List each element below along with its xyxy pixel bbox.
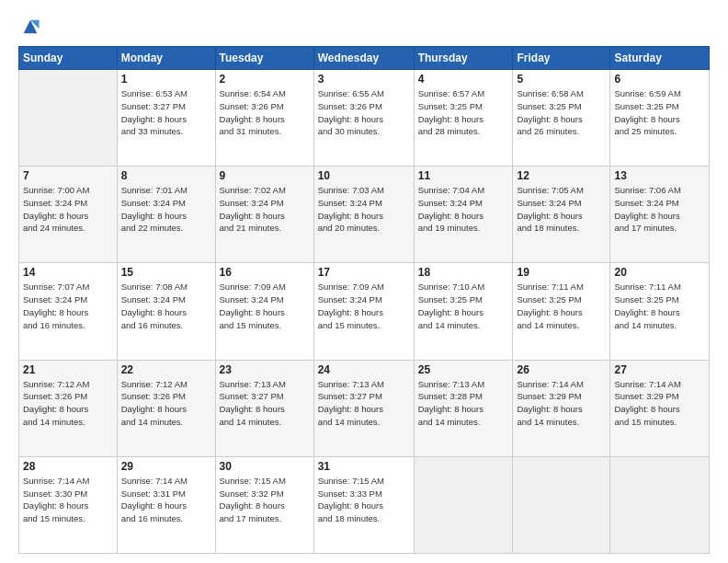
weekday-header: Wednesday: [313, 47, 414, 70]
week-row: 21Sunrise: 7:12 AM Sunset: 3:26 PM Dayli…: [19, 360, 710, 456]
day-info: Sunrise: 6:58 AM Sunset: 3:25 PM Dayligh…: [517, 87, 606, 138]
day-number: 31: [318, 460, 410, 473]
day-cell: 27Sunrise: 7:14 AM Sunset: 3:29 PM Dayli…: [610, 360, 710, 456]
day-info: Sunrise: 6:55 AM Sunset: 3:26 PM Dayligh…: [318, 87, 410, 138]
day-info: Sunrise: 7:06 AM Sunset: 3:24 PM Dayligh…: [614, 184, 705, 235]
day-number: 29: [121, 460, 211, 473]
day-number: 5: [517, 73, 606, 86]
day-cell: 22Sunrise: 7:12 AM Sunset: 3:26 PM Dayli…: [117, 360, 215, 456]
day-cell: 10Sunrise: 7:03 AM Sunset: 3:24 PM Dayli…: [313, 167, 414, 263]
day-cell: 16Sunrise: 7:09 AM Sunset: 3:24 PM Dayli…: [215, 263, 313, 360]
day-number: 6: [614, 73, 705, 86]
day-number: 17: [318, 266, 410, 279]
day-cell: 23Sunrise: 7:13 AM Sunset: 3:27 PM Dayli…: [215, 360, 313, 456]
day-info: Sunrise: 7:09 AM Sunset: 3:24 PM Dayligh…: [318, 281, 410, 331]
day-number: 7: [23, 169, 113, 182]
week-row: 14Sunrise: 7:07 AM Sunset: 3:24 PM Dayli…: [19, 263, 710, 360]
day-number: 10: [318, 169, 410, 182]
day-number: 19: [517, 266, 606, 279]
day-cell: 13Sunrise: 7:06 AM Sunset: 3:24 PM Dayli…: [610, 167, 710, 263]
day-info: Sunrise: 7:14 AM Sunset: 3:31 PM Dayligh…: [121, 475, 211, 525]
day-info: Sunrise: 7:12 AM Sunset: 3:26 PM Dayligh…: [121, 378, 211, 429]
day-number: 20: [614, 266, 705, 279]
day-number: 4: [418, 73, 509, 86]
weekday-header-row: SundayMondayTuesdayWednesdayThursdayFrid…: [19, 47, 710, 70]
day-number: 3: [318, 73, 410, 86]
day-info: Sunrise: 7:10 AM Sunset: 3:25 PM Dayligh…: [418, 281, 509, 331]
day-cell: 29Sunrise: 7:14 AM Sunset: 3:31 PM Dayli…: [117, 456, 215, 553]
day-info: Sunrise: 7:14 AM Sunset: 3:30 PM Dayligh…: [23, 475, 113, 525]
day-number: 27: [614, 363, 705, 376]
day-number: 21: [23, 363, 113, 376]
day-number: 2: [220, 73, 310, 86]
day-cell: 8Sunrise: 7:01 AM Sunset: 3:24 PM Daylig…: [117, 167, 215, 263]
day-cell: 11Sunrise: 7:04 AM Sunset: 3:24 PM Dayli…: [414, 167, 513, 263]
day-cell: 14Sunrise: 7:07 AM Sunset: 3:24 PM Dayli…: [19, 263, 118, 360]
day-info: Sunrise: 7:02 AM Sunset: 3:24 PM Dayligh…: [220, 184, 310, 235]
day-info: Sunrise: 7:13 AM Sunset: 3:27 PM Dayligh…: [318, 378, 410, 429]
day-number: 11: [418, 169, 509, 182]
week-row: 28Sunrise: 7:14 AM Sunset: 3:30 PM Dayli…: [19, 456, 710, 553]
day-cell: 24Sunrise: 7:13 AM Sunset: 3:27 PM Dayli…: [313, 360, 414, 456]
day-info: Sunrise: 7:08 AM Sunset: 3:24 PM Dayligh…: [121, 281, 211, 331]
day-number: 1: [121, 73, 211, 86]
day-info: Sunrise: 7:13 AM Sunset: 3:27 PM Dayligh…: [220, 378, 310, 429]
day-number: 13: [614, 169, 705, 182]
day-info: Sunrise: 7:12 AM Sunset: 3:26 PM Dayligh…: [23, 378, 113, 429]
day-cell: 3Sunrise: 6:55 AM Sunset: 3:26 PM Daylig…: [313, 70, 414, 167]
day-cell: [19, 70, 118, 167]
day-info: Sunrise: 7:04 AM Sunset: 3:24 PM Dayligh…: [418, 184, 509, 235]
calendar: SundayMondayTuesdayWednesdayThursdayFrid…: [18, 46, 710, 554]
day-info: Sunrise: 7:03 AM Sunset: 3:24 PM Dayligh…: [318, 184, 410, 235]
day-number: 15: [121, 266, 211, 279]
day-cell: 17Sunrise: 7:09 AM Sunset: 3:24 PM Dayli…: [313, 263, 414, 360]
day-number: 12: [517, 169, 606, 182]
day-info: Sunrise: 7:05 AM Sunset: 3:24 PM Dayligh…: [517, 184, 606, 235]
day-number: 24: [318, 363, 410, 376]
day-info: Sunrise: 7:14 AM Sunset: 3:29 PM Dayligh…: [517, 378, 606, 429]
day-number: 30: [220, 460, 310, 473]
day-info: Sunrise: 7:07 AM Sunset: 3:24 PM Dayligh…: [23, 281, 113, 331]
day-info: Sunrise: 7:13 AM Sunset: 3:28 PM Dayligh…: [418, 378, 509, 429]
weekday-header: Sunday: [19, 47, 118, 70]
day-info: Sunrise: 7:14 AM Sunset: 3:29 PM Dayligh…: [614, 378, 705, 429]
day-cell: 26Sunrise: 7:14 AM Sunset: 3:29 PM Dayli…: [513, 360, 610, 456]
day-number: 25: [418, 363, 509, 376]
day-cell: 20Sunrise: 7:11 AM Sunset: 3:25 PM Dayli…: [610, 263, 710, 360]
weekday-header: Saturday: [610, 47, 710, 70]
week-row: 7Sunrise: 7:00 AM Sunset: 3:24 PM Daylig…: [19, 167, 710, 263]
day-cell: 28Sunrise: 7:14 AM Sunset: 3:30 PM Dayli…: [19, 456, 118, 553]
day-cell: 9Sunrise: 7:02 AM Sunset: 3:24 PM Daylig…: [215, 167, 313, 263]
logo: [18, 17, 40, 37]
day-info: Sunrise: 7:15 AM Sunset: 3:32 PM Dayligh…: [220, 475, 310, 525]
weekday-header: Tuesday: [215, 47, 313, 70]
day-info: Sunrise: 7:01 AM Sunset: 3:24 PM Dayligh…: [121, 184, 211, 235]
day-number: 28: [23, 460, 113, 473]
day-number: 16: [220, 266, 310, 279]
day-cell: 19Sunrise: 7:11 AM Sunset: 3:25 PM Dayli…: [513, 263, 610, 360]
day-info: Sunrise: 7:00 AM Sunset: 3:24 PM Dayligh…: [23, 184, 113, 235]
weekday-header: Monday: [117, 47, 215, 70]
day-number: 18: [418, 266, 509, 279]
day-info: Sunrise: 6:59 AM Sunset: 3:25 PM Dayligh…: [614, 87, 705, 138]
day-cell: 25Sunrise: 7:13 AM Sunset: 3:28 PM Dayli…: [414, 360, 513, 456]
day-number: 22: [121, 363, 211, 376]
day-number: 9: [220, 169, 310, 182]
day-number: 8: [121, 169, 211, 182]
day-cell: 4Sunrise: 6:57 AM Sunset: 3:25 PM Daylig…: [414, 70, 513, 167]
header: [18, 17, 710, 37]
day-info: Sunrise: 7:11 AM Sunset: 3:25 PM Dayligh…: [517, 281, 606, 331]
day-cell: 5Sunrise: 6:58 AM Sunset: 3:25 PM Daylig…: [513, 70, 610, 167]
day-info: Sunrise: 7:09 AM Sunset: 3:24 PM Dayligh…: [220, 281, 310, 331]
day-cell: 7Sunrise: 7:00 AM Sunset: 3:24 PM Daylig…: [19, 167, 118, 263]
weekday-header: Thursday: [414, 47, 513, 70]
day-cell: 21Sunrise: 7:12 AM Sunset: 3:26 PM Dayli…: [19, 360, 118, 456]
weekday-header: Friday: [513, 47, 610, 70]
day-number: 14: [23, 266, 113, 279]
day-info: Sunrise: 6:54 AM Sunset: 3:26 PM Dayligh…: [220, 87, 310, 138]
day-cell: 2Sunrise: 6:54 AM Sunset: 3:26 PM Daylig…: [215, 70, 313, 167]
day-cell: [610, 456, 710, 553]
page: SundayMondayTuesdayWednesdayThursdayFrid…: [0, 0, 728, 563]
day-info: Sunrise: 6:57 AM Sunset: 3:25 PM Dayligh…: [418, 87, 509, 138]
day-number: 26: [517, 363, 606, 376]
